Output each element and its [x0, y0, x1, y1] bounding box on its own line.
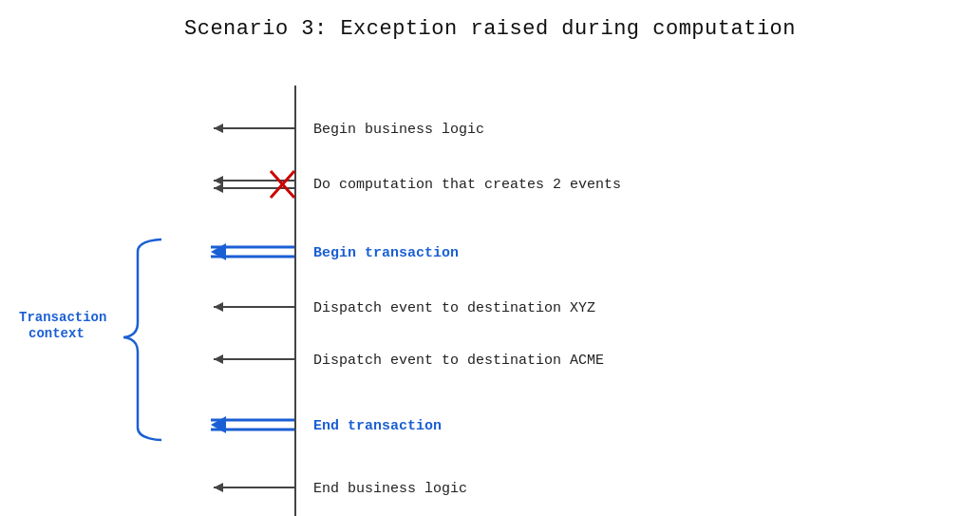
svg-marker-5	[214, 183, 223, 193]
svg-marker-14	[214, 354, 223, 364]
arrow-begin-business-logic	[214, 124, 294, 133]
svg-marker-12	[214, 302, 223, 312]
arrow-end-transaction	[211, 416, 294, 433]
label-begin-transaction: Begin transaction	[313, 245, 459, 261]
arrow-end-business-logic	[214, 483, 294, 492]
transaction-context-label-line1: Transaction	[19, 310, 106, 325]
transaction-brace	[123, 239, 161, 440]
arrow-dispatch-xyz	[214, 302, 294, 312]
arrow-begin-transaction	[211, 243, 294, 260]
transaction-context-label-line2: context	[28, 326, 85, 341]
label-dispatch-acme: Dispatch event to destination ACME	[313, 353, 604, 369]
label-end-transaction: End transaction	[313, 418, 442, 434]
label-begin-business-logic: Begin business logic	[313, 122, 484, 138]
label-do-computation: Do computation that creates 2 events	[313, 177, 621, 193]
arrow-dispatch-acme	[214, 354, 294, 364]
arrow-do-computation	[214, 171, 294, 198]
label-end-business-logic: End business logic	[313, 481, 467, 497]
label-dispatch-xyz: Dispatch event to destination XYZ	[313, 300, 595, 316]
svg-marker-1	[214, 124, 223, 133]
page-title: Scenario 3: Exception raised during comp…	[0, 0, 980, 41]
diagram-area: Begin business logic Do computation that…	[0, 57, 980, 516]
svg-marker-19	[214, 483, 223, 492]
svg-marker-3	[214, 176, 223, 185]
diagram-svg: Begin business logic Do computation that…	[0, 57, 980, 513]
